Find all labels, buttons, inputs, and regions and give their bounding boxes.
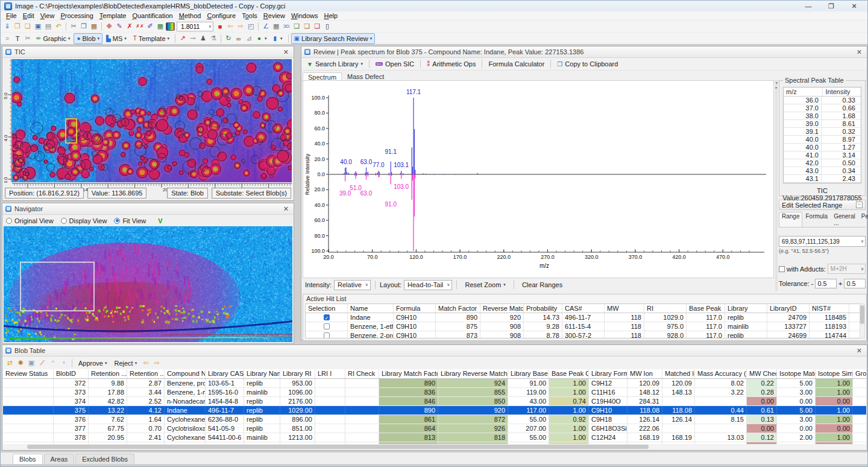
tab-mass-defect[interactable]: Mass Defect xyxy=(342,72,389,81)
blob-table-row[interactable]: 37317.883.44Benzene, 1-met...1595-16-0ma… xyxy=(3,388,866,397)
blob-col-2[interactable]: Retention ... xyxy=(89,369,127,378)
edit-range-tab-general[interactable]: General ... xyxy=(831,212,858,227)
blob-col-0[interactable]: Review Status xyxy=(3,369,54,378)
blob-table-row[interactable]: 37953.222.76Octacosanol557-61-9replib311… xyxy=(3,442,866,444)
edit-range-tab-formula[interactable]: Formula xyxy=(802,212,831,227)
hit-col-8[interactable]: RI xyxy=(644,304,687,313)
cut-icon[interactable]: ✂ xyxy=(69,22,78,31)
layout-select[interactable]: Head-to-Tail∨ xyxy=(404,280,452,290)
blob-col-4[interactable]: Compound Name xyxy=(165,369,206,378)
spectral-peak-row[interactable]: 36.00.33 xyxy=(784,97,861,104)
ramp-icon[interactable]: ⊿ xyxy=(244,34,254,43)
save-table-icon[interactable]: ▣ xyxy=(27,358,36,367)
bottom-tab-blobs[interactable]: Blobs xyxy=(13,454,43,464)
blob-col-10[interactable]: Library Match Factor xyxy=(379,369,438,378)
reset-zoom-button[interactable]: Reset Zoom▾ xyxy=(461,280,509,290)
navigator-overview[interactable] xyxy=(4,226,292,342)
refresh-icon[interactable]: ↻ xyxy=(224,34,233,43)
data-menu-button[interactable]: ▮▾ xyxy=(271,33,286,44)
blob-table-row[interactable]: 37767.750.70Cyclotrisiloxane...541-05-9r… xyxy=(3,424,866,433)
hit-selection-checkbox[interactable] xyxy=(324,332,330,338)
blob-table-hscrollbar[interactable] xyxy=(3,445,866,449)
arithmetic-ops-button[interactable]: ⁑Arithmetic Ops xyxy=(424,59,479,69)
import-image-icon[interactable]: ⇓ xyxy=(2,22,12,31)
blob-col-21[interactable]: Group Na xyxy=(853,369,866,378)
radio-display-view[interactable]: Display View xyxy=(61,217,107,224)
spectral-peak-row[interactable]: 42.00.50 xyxy=(784,159,861,167)
blob-col-17[interactable]: Mass Accuracy (ppm) xyxy=(695,369,747,378)
blob-col-6[interactable]: Library Name xyxy=(244,369,280,378)
gear-icon[interactable]: ✺ xyxy=(16,358,25,367)
active-hit-list-table[interactable]: SelectionNameFormulaMatch FactorReverse … xyxy=(305,303,860,338)
adducts-select[interactable]: M+2H∨ xyxy=(828,264,866,274)
edit-range-tab-range[interactable]: Range xyxy=(779,212,802,227)
close-image-icon[interactable]: ❏ xyxy=(23,22,33,31)
clear-ranges-button[interactable]: Clear Ranges xyxy=(518,280,566,290)
spectrum-plot-area[interactable]: 100.080.060.040.020.00.0100.080.060.040.… xyxy=(303,80,774,278)
hit-col-7[interactable]: MW xyxy=(605,304,644,313)
hit-col-12[interactable]: NIST# xyxy=(810,304,849,313)
with-adducts-checkbox[interactable] xyxy=(779,266,785,272)
blob-col-13[interactable]: Base Peak Check xyxy=(549,369,589,378)
blob-table-row[interactable]: 3767.621.64Cyclohexane, 1...6236-88-0rep… xyxy=(3,415,866,424)
menu-review[interactable]: Review xyxy=(260,12,288,19)
magnifier-icon[interactable]: ○ xyxy=(2,34,12,43)
text-tool-icon[interactable]: T xyxy=(13,34,22,43)
spectral-peak-row[interactable]: 37.00.66 xyxy=(784,104,861,112)
panel-blob-icon[interactable]: ❏ xyxy=(312,22,322,31)
tolerance-minus-input[interactable]: 0.5 xyxy=(815,279,837,288)
copy-icon[interactable]: ❐ xyxy=(79,22,89,31)
colormap-icon[interactable] xyxy=(166,22,175,31)
panel-tic-icon[interactable]: ❏ xyxy=(292,22,301,31)
reject-button[interactable]: Reject▾ xyxy=(112,358,140,369)
table-123-icon[interactable]: ▦ xyxy=(271,22,281,31)
blob-col-11[interactable]: Library Reverse Match Factor xyxy=(438,369,508,378)
menu-tools[interactable]: Tools xyxy=(239,12,260,19)
hit-list-row[interactable]: IndaneC9H1089092014.73496-11-71181029.01… xyxy=(306,313,860,322)
filter-icon[interactable]: ⟋ xyxy=(37,358,47,367)
spectral-peak-row[interactable]: 39.08.61 xyxy=(784,120,861,128)
tic-heatmap[interactable] xyxy=(12,59,292,182)
spectral-peak-row[interactable]: 41.03.14 xyxy=(784,151,861,159)
hit-col-3[interactable]: Match Factor xyxy=(436,304,480,313)
blob-table-row[interactable]: 37513.224.12Indane496-11-7replib1029.008… xyxy=(3,406,866,415)
blob-col-7[interactable]: Library RI xyxy=(280,369,315,378)
review-close-icon[interactable]: ✕ xyxy=(855,48,864,56)
tic-close-icon[interactable]: ✕ xyxy=(281,48,291,56)
blob-col-16[interactable]: Matched Ion xyxy=(662,369,695,378)
blob-menu-button[interactable]: ●Blob▾ xyxy=(74,33,102,44)
blob-col-5[interactable]: Library CAS# xyxy=(206,369,244,378)
copy-to-clipboard-button[interactable]: ❐Copy to Clipboard xyxy=(554,59,621,69)
hit-selection-checkbox[interactable] xyxy=(324,323,330,329)
spectral-peak-row[interactable]: 40.01.27 xyxy=(784,144,861,151)
template-menu-button[interactable]: TTemplate▾ xyxy=(130,33,172,44)
blob-col-1[interactable]: BlobID xyxy=(54,369,89,378)
open-folder-icon[interactable]: ❒ xyxy=(13,22,22,31)
print-icon[interactable]: ▤ xyxy=(43,22,53,31)
3d-view-icon[interactable]: 3D xyxy=(281,22,291,31)
prev-blob-icon[interactable]: ⇦ xyxy=(141,358,151,367)
intensity-select[interactable]: Relative∨ xyxy=(334,280,371,290)
radio-fit-view[interactable]: Fit View xyxy=(114,217,146,224)
menu-edit[interactable]: Edit xyxy=(20,12,37,19)
chromatogram-icon[interactable]: ∠ xyxy=(261,22,271,31)
target-menu-button[interactable]: ●▾ xyxy=(254,33,270,44)
undo-icon[interactable]: ↶ xyxy=(54,22,63,31)
delete-icon[interactable]: ✗ xyxy=(125,22,134,31)
hit-col-6[interactable]: CAS# xyxy=(562,304,605,313)
flask-icon[interactable]: ⚗ xyxy=(209,34,218,43)
menu-view[interactable]: View xyxy=(37,12,58,19)
save-icon[interactable]: ▣ xyxy=(33,22,43,31)
tolerance-plus-input[interactable]: 0.5 xyxy=(844,279,866,288)
blob-col-18[interactable]: MW Check xyxy=(747,369,777,378)
cas-remove-icon[interactable]: ˣ xyxy=(59,358,69,367)
hit-col-9[interactable]: Base Peak xyxy=(687,304,725,313)
zoom-factor-input[interactable] xyxy=(180,22,209,31)
user-icon[interactable]: ♟ xyxy=(198,34,208,43)
blob-table[interactable]: Review StatusBlobIDRetention ...Retentio… xyxy=(3,369,866,444)
radio-original-view[interactable]: Original View xyxy=(6,217,54,224)
hit-col-0[interactable]: Selection xyxy=(306,304,348,313)
blob-col-15[interactable]: MW Ion xyxy=(627,369,662,378)
draw-arrow-icon[interactable]: ↗ xyxy=(178,34,187,43)
search-library-button[interactable]: ▼Search Library▾ xyxy=(304,59,366,69)
